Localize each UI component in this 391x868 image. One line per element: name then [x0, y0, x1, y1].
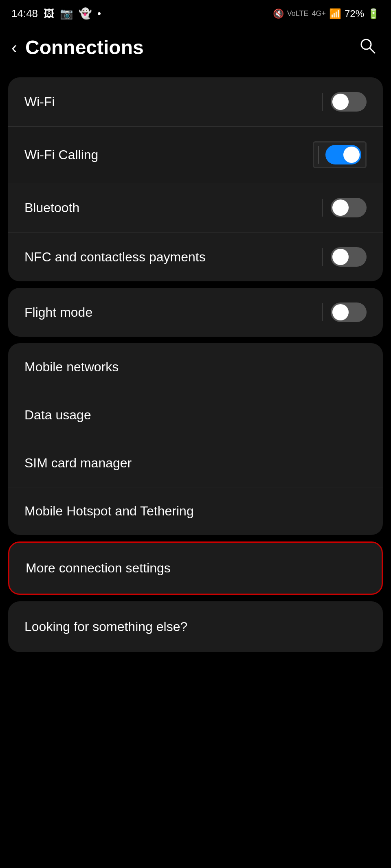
back-button[interactable]: ‹ — [11, 38, 17, 57]
data-usage-label: Data usage — [24, 408, 91, 423]
nfc-right — [322, 247, 367, 267]
more-connection-settings-card: More connection settings — [8, 541, 383, 595]
status-right: 🔇 VoLTE 4G+ 📶 72% 🔋 — [273, 8, 380, 20]
notification-dot: • — [97, 7, 101, 20]
looking-label: Looking for something else? — [24, 619, 187, 634]
menu-card: Mobile networks Data usage SIM card mana… — [8, 343, 383, 535]
more-connection-settings-item[interactable]: More connection settings — [9, 543, 382, 594]
nfc-toggle[interactable] — [331, 247, 367, 267]
status-bar: 14:48 🖼 📷 👻 • 🔇 VoLTE 4G+ 📶 72% 🔋 — [0, 0, 391, 24]
bluetooth-label: Bluetooth — [24, 200, 79, 215]
photo-icon: 🖼 — [44, 7, 54, 20]
wifi-toggle[interactable] — [331, 92, 367, 112]
wifi-right — [322, 92, 367, 112]
wifi-calling-toggle[interactable] — [325, 145, 361, 164]
flight-mode-toggle[interactable] — [331, 302, 367, 322]
mobile-networks-item[interactable]: Mobile networks — [8, 343, 383, 391]
bluetooth-toggle[interactable] — [331, 198, 367, 217]
battery-icon: 🔋 — [367, 8, 380, 20]
more-connection-settings-label: More connection settings — [26, 561, 171, 576]
mobile-hotspot-item[interactable]: Mobile Hotspot and Tethering — [8, 487, 383, 535]
svg-line-1 — [370, 48, 375, 53]
data-usage-item[interactable]: Data usage — [8, 391, 383, 439]
toggle-settings-card: Wi-Fi Wi-Fi Calling Bluetooth — [8, 77, 383, 281]
wifi-toggle-knob — [332, 94, 349, 110]
mute-icon: 🔇 — [273, 9, 284, 19]
bluetooth-item[interactable]: Bluetooth — [8, 183, 383, 232]
signal-icon: 📶 — [329, 8, 341, 20]
flight-mode-item[interactable]: Flight mode — [8, 288, 383, 337]
nfc-item[interactable]: NFC and contactless payments — [8, 232, 383, 281]
page-title: Connections — [25, 36, 144, 59]
header: ‹ Connections — [0, 24, 391, 71]
nfc-toggle-knob — [332, 249, 349, 265]
flight-mode-toggle-knob — [332, 304, 349, 320]
flight-mode-divider — [322, 303, 323, 321]
time-display: 14:48 — [11, 7, 38, 20]
wifi-item[interactable]: Wi-Fi — [8, 77, 383, 127]
volte-icon: VoLTE — [287, 9, 309, 18]
flight-mode-label: Flight mode — [24, 305, 92, 320]
flight-mode-right — [322, 302, 367, 322]
status-left: 14:48 🖼 📷 👻 • — [11, 7, 101, 20]
mobile-networks-label: Mobile networks — [24, 359, 119, 375]
wifi-calling-highlight-box — [313, 141, 367, 168]
network-icon: 4G+ — [312, 9, 326, 18]
wifi-calling-label: Wi-Fi Calling — [24, 147, 98, 162]
sim-card-manager-label: SIM card manager — [24, 456, 132, 471]
bluetooth-toggle-knob — [332, 199, 349, 216]
flight-mode-card: Flight mode — [8, 288, 383, 337]
wifi-calling-divider — [318, 146, 319, 164]
looking-card: Looking for something else? — [8, 601, 383, 652]
wifi-calling-right — [313, 141, 367, 168]
battery-percent: 72% — [345, 8, 364, 20]
wifi-calling-item[interactable]: Wi-Fi Calling — [8, 127, 383, 183]
snapchat-icon: 👻 — [79, 7, 92, 20]
wifi-divider — [322, 93, 323, 111]
search-button[interactable] — [358, 37, 376, 59]
nfc-divider — [322, 248, 323, 266]
bluetooth-divider — [322, 199, 323, 217]
wifi-calling-toggle-knob — [343, 147, 360, 163]
bluetooth-right — [322, 198, 367, 217]
instagram-icon: 📷 — [60, 7, 73, 20]
sim-card-manager-item[interactable]: SIM card manager — [8, 439, 383, 487]
mobile-hotspot-label: Mobile Hotspot and Tethering — [24, 504, 194, 519]
wifi-label: Wi-Fi — [24, 94, 55, 110]
nfc-label: NFC and contactless payments — [24, 250, 206, 265]
header-left: ‹ Connections — [11, 36, 144, 59]
looking-item[interactable]: Looking for something else? — [8, 601, 383, 652]
